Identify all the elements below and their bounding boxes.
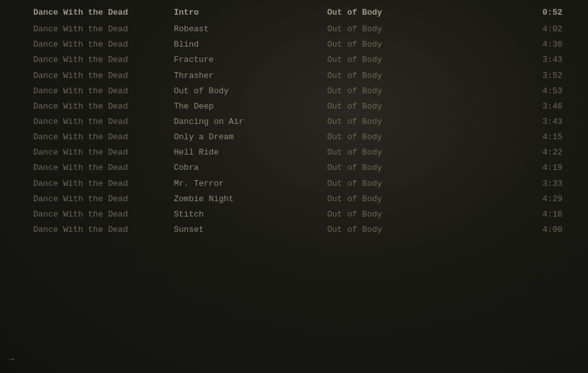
header-duration: 0:52 (455, 6, 575, 19)
track-duration: 4:29 (455, 193, 575, 206)
track-title: Zombie Night (174, 193, 327, 206)
table-row[interactable]: Dance With the DeadHell RideOut of Body4… (0, 145, 588, 160)
track-artist: Dance With the Dead (33, 85, 174, 98)
table-row[interactable]: Dance With the DeadFractureOut of Body3:… (0, 52, 588, 68)
track-duration: 3:43 (455, 54, 575, 66)
track-album: Out of Body (327, 162, 455, 174)
track-album: Out of Body (327, 54, 455, 66)
track-album: Out of Body (327, 193, 455, 206)
track-duration: 4:00 (455, 224, 575, 236)
track-duration: 4:19 (455, 162, 575, 174)
track-album: Out of Body (327, 146, 455, 159)
track-title: Cobra (174, 162, 327, 174)
table-row[interactable]: Dance With the DeadStitchOut of Body4:16 (0, 207, 588, 222)
track-title: The Deep (174, 100, 327, 113)
track-album: Out of Body (327, 116, 455, 128)
track-title: Hell Ride (174, 146, 327, 159)
track-artist: Dance With the Dead (33, 100, 174, 113)
track-duration: 4:22 (455, 146, 575, 159)
table-row[interactable]: Dance With the DeadDancing on AirOut of … (0, 114, 588, 130)
table-header: Dance With the Dead Intro Out of Body 0:… (0, 5, 588, 22)
track-artist: Dance With the Dead (33, 23, 174, 36)
track-artist: Dance With the Dead (33, 178, 174, 190)
track-duration: 4:36 (455, 38, 575, 51)
track-artist: Dance With the Dead (33, 162, 174, 174)
track-title: Only a Dream (174, 131, 327, 144)
track-album: Out of Body (327, 131, 455, 144)
track-title: Out of Body (174, 85, 327, 98)
header-album: Out of Body (327, 6, 455, 19)
track-album: Out of Body (327, 224, 455, 236)
track-album: Out of Body (327, 178, 455, 190)
table-row[interactable]: Dance With the DeadOnly a DreamOut of Bo… (0, 130, 588, 145)
track-album: Out of Body (327, 70, 455, 82)
track-list: Dance With the Dead Intro Out of Body 0:… (0, 0, 588, 243)
track-album: Out of Body (327, 23, 455, 36)
table-row[interactable]: Dance With the DeadThrasherOut of Body3:… (0, 68, 588, 84)
header-artist: Dance With the Dead (33, 6, 174, 19)
table-row[interactable]: Dance With the DeadMr. TerrorOut of Body… (0, 176, 588, 192)
track-title: Thrasher (174, 70, 327, 82)
track-title: Robeast (174, 23, 327, 36)
track-duration: 3:52 (455, 70, 575, 82)
table-row[interactable]: Dance With the DeadSunsetOut of Body4:00 (0, 222, 588, 238)
track-duration: 4:53 (455, 85, 575, 98)
header-title: Intro (174, 6, 327, 19)
table-row[interactable]: Dance With the DeadZombie NightOut of Bo… (0, 192, 588, 207)
track-artist: Dance With the Dead (33, 131, 174, 144)
track-title: Mr. Terror (174, 178, 327, 190)
track-duration: 4:02 (455, 23, 575, 36)
arrow-icon: → (9, 354, 14, 364)
track-artist: Dance With the Dead (33, 38, 174, 51)
table-row[interactable]: Dance With the DeadCobraOut of Body4:19 (0, 160, 588, 176)
track-title: Sunset (174, 224, 327, 236)
track-artist: Dance With the Dead (33, 224, 174, 236)
track-duration: 3:33 (455, 178, 575, 190)
track-title: Fracture (174, 54, 327, 66)
track-duration: 4:15 (455, 131, 575, 144)
track-title: Blind (174, 38, 327, 51)
track-album: Out of Body (327, 100, 455, 113)
track-artist: Dance With the Dead (33, 208, 174, 221)
table-row[interactable]: Dance With the DeadRobeastOut of Body4:0… (0, 22, 588, 37)
track-artist: Dance With the Dead (33, 70, 174, 82)
track-artist: Dance With the Dead (33, 193, 174, 206)
track-album: Out of Body (327, 208, 455, 221)
track-artist: Dance With the Dead (33, 54, 174, 66)
track-title: Stitch (174, 208, 327, 221)
track-title: Dancing on Air (174, 116, 327, 128)
track-album: Out of Body (327, 85, 455, 98)
track-artist: Dance With the Dead (33, 116, 174, 128)
track-artist: Dance With the Dead (33, 146, 174, 159)
track-duration: 4:16 (455, 208, 575, 221)
table-row[interactable]: Dance With the DeadBlindOut of Body4:36 (0, 37, 588, 52)
track-duration: 3:43 (455, 116, 575, 128)
track-album: Out of Body (327, 38, 455, 51)
table-row[interactable]: Dance With the DeadThe DeepOut of Body3:… (0, 99, 588, 114)
table-row[interactable]: Dance With the DeadOut of BodyOut of Bod… (0, 84, 588, 99)
track-duration: 3:46 (455, 100, 575, 113)
